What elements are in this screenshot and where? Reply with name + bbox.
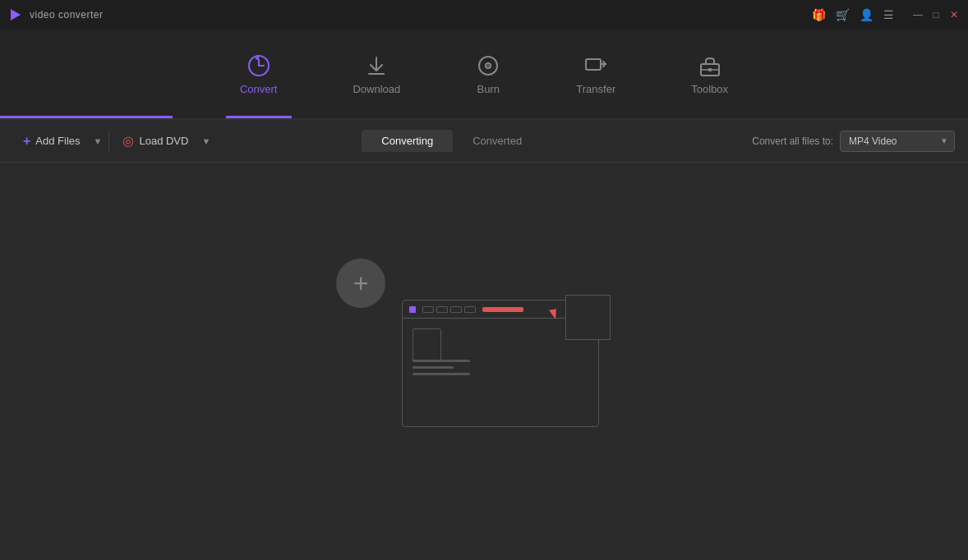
tab-converted[interactable]: Converted bbox=[453, 130, 542, 152]
convert-icon bbox=[247, 53, 271, 78]
nav-item-convert[interactable]: Convert bbox=[227, 47, 291, 102]
browser-address-bar bbox=[482, 307, 523, 312]
main-content: + bbox=[0, 163, 968, 560]
plus-circle-icon: + bbox=[353, 269, 369, 299]
nav-item-transfer[interactable]: Transfer bbox=[563, 47, 629, 102]
cart-icon[interactable]: 🛒 bbox=[836, 8, 850, 21]
svg-marker-0 bbox=[11, 9, 21, 21]
titlebar-left: video converter bbox=[8, 7, 104, 22]
overlay-window bbox=[565, 295, 611, 340]
browser-dot-sm-4 bbox=[464, 306, 476, 313]
browser-line-2 bbox=[413, 366, 454, 369]
nav-label-convert: Convert bbox=[240, 83, 278, 95]
app-logo-icon bbox=[8, 7, 23, 22]
toolbox-icon bbox=[698, 53, 722, 78]
load-dvd-button[interactable]: ◎ Load DVD bbox=[113, 128, 198, 154]
browser-title-dots bbox=[422, 306, 476, 313]
svg-point-5 bbox=[487, 65, 489, 67]
user-icon[interactable]: 👤 bbox=[860, 8, 874, 21]
format-selector-wrapper: MP4 Video MKV Video AVI Video MOV Video … bbox=[840, 131, 955, 152]
browser-dot-sm-2 bbox=[436, 306, 448, 313]
dvd-icon: ◎ bbox=[122, 133, 134, 149]
browser-dot-sm-1 bbox=[422, 306, 434, 313]
browser-body bbox=[403, 319, 598, 332]
add-files-dropdown-button[interactable]: ▼ bbox=[90, 133, 106, 149]
tab-area: Converting Converted bbox=[362, 130, 542, 152]
nav-label-toolbox: Toolbox bbox=[691, 83, 728, 95]
add-files-label: Add Files bbox=[35, 135, 80, 147]
minimize-button[interactable]: — bbox=[912, 9, 924, 21]
plus-icon: + bbox=[23, 134, 30, 149]
cursor-icon bbox=[549, 309, 558, 319]
burn-icon bbox=[476, 53, 500, 78]
navbar: Convert Download Burn Transfer Toolb bbox=[0, 30, 968, 120]
browser-lines bbox=[413, 360, 470, 379]
nav-active-indicator bbox=[0, 116, 173, 118]
browser-illustration bbox=[402, 300, 607, 439]
toolbar: + Add Files ▼ ◎ Load DVD ▼ Converting Co… bbox=[0, 120, 968, 163]
gift-icon[interactable]: 🎁 bbox=[812, 8, 826, 21]
close-button[interactable]: ✕ bbox=[948, 9, 960, 21]
titlebar-right: 🎁 🛒 👤 ☰ — □ ✕ bbox=[812, 8, 960, 21]
app-title: video converter bbox=[30, 9, 104, 21]
browser-dot-sm-3 bbox=[450, 306, 462, 313]
svg-rect-10 bbox=[708, 68, 712, 71]
convert-all-files-label: Convert all files to: bbox=[752, 135, 833, 147]
browser-dot-purple bbox=[409, 306, 416, 313]
maximize-button[interactable]: □ bbox=[930, 9, 942, 21]
tab-converting[interactable]: Converting bbox=[362, 130, 453, 152]
add-files-circle-button[interactable]: + bbox=[336, 259, 385, 308]
nav-item-download[interactable]: Download bbox=[339, 47, 413, 102]
titlebar: video converter 🎁 🛒 👤 ☰ — □ ✕ bbox=[0, 0, 968, 30]
browser-line-1 bbox=[413, 360, 470, 362]
menu-icon[interactable]: ☰ bbox=[883, 8, 894, 21]
empty-state: + bbox=[361, 283, 607, 439]
nav-label-transfer: Transfer bbox=[576, 83, 615, 95]
browser-line-3 bbox=[413, 373, 470, 375]
load-dvd-label: Load DVD bbox=[139, 135, 188, 147]
window-controls: — □ ✕ bbox=[912, 9, 960, 21]
add-files-button[interactable]: + Add Files bbox=[13, 129, 90, 154]
nav-item-toolbox[interactable]: Toolbox bbox=[678, 47, 741, 102]
format-selector[interactable]: MP4 Video MKV Video AVI Video MOV Video … bbox=[840, 131, 955, 152]
load-dvd-dropdown-button[interactable]: ▼ bbox=[198, 133, 214, 149]
nav-label-download: Download bbox=[353, 83, 400, 95]
nav-item-burn[interactable]: Burn bbox=[463, 47, 514, 102]
nav-label-burn: Burn bbox=[477, 83, 500, 95]
browser-file-icon bbox=[413, 328, 441, 361]
transfer-icon bbox=[583, 53, 608, 78]
browser-window bbox=[402, 300, 599, 427]
svg-rect-6 bbox=[586, 59, 601, 70]
download-icon bbox=[364, 53, 389, 78]
separator bbox=[108, 131, 109, 151]
